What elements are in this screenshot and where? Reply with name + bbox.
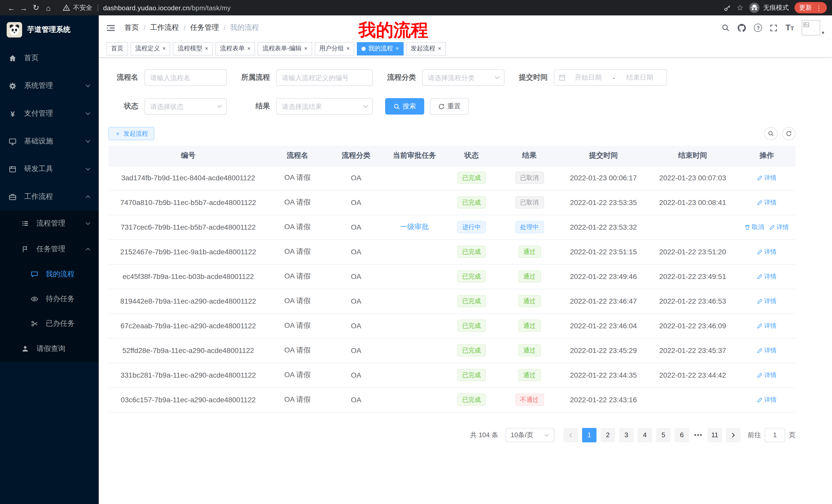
update-button[interactable]: 更新 ⋮ [795, 2, 827, 13]
breadcrumb-item-task-management[interactable]: 任务管理 [190, 23, 219, 32]
bookmark-star-icon[interactable]: ☆ [737, 3, 744, 12]
sidebar-item-dev-tools[interactable]: 研发工具 [0, 155, 99, 183]
sidebar-toggle-icon[interactable] [106, 23, 115, 32]
start-process-button[interactable]: ＋ 发起流程 [108, 127, 154, 140]
cell-id: 67c2eaab-7b9a-11ec-a290-acde48001122 [108, 313, 268, 338]
page-button-6[interactable]: 6 [675, 428, 689, 442]
browser-menu-icon[interactable]: ⋮ [815, 4, 822, 11]
toggle-search-button[interactable] [764, 127, 778, 140]
sidebar-item-my-process[interactable]: 我的流程 [0, 262, 99, 287]
table-toolbar: ＋ 发起流程 [108, 127, 796, 140]
detail-link[interactable]: 详情 [757, 247, 777, 256]
tab-process-model[interactable]: 流程模型× [173, 42, 213, 55]
detail-link[interactable]: 详情 [757, 272, 777, 281]
help-icon[interactable]: ? [754, 24, 762, 32]
sidebar-item-label: 系统管理 [24, 81, 53, 90]
cell-id: 3ad174fb-7b9d-11ec-8404-acde48001122 [108, 165, 268, 190]
reset-button[interactable]: 重置 [430, 98, 469, 115]
submit-time-range[interactable]: 开始日期 - 结束日期 [554, 69, 667, 86]
sidebar-item-process-management[interactable]: 流程管理 [0, 211, 99, 236]
back-button[interactable]: ← [5, 1, 18, 15]
url-text[interactable]: dashboard.yudao.iocoder.cn/bpm/task/my [103, 4, 231, 11]
sidebar-item-done-tasks[interactable]: 已办任务 [0, 311, 99, 336]
next-page-button[interactable] [726, 428, 740, 442]
cell-category: OA [327, 264, 385, 289]
close-icon[interactable]: × [247, 46, 251, 51]
close-icon[interactable]: × [162, 46, 166, 51]
sidebar-item-payment-management[interactable]: ¥ 支付管理 [0, 100, 99, 128]
status-badge: 已完成 [457, 295, 486, 307]
tab-process-form-edit[interactable]: 流程表单-编辑× [258, 42, 312, 55]
page-button-3[interactable]: 3 [619, 428, 633, 442]
result-select[interactable] [276, 98, 373, 115]
search-button[interactable]: 搜索 [385, 98, 424, 115]
sidebar-item-system-management[interactable]: 系统管理 [0, 72, 99, 100]
tab-user-group[interactable]: 用户分组× [315, 42, 355, 55]
security-chip[interactable]: 不安全 [63, 3, 92, 12]
tab-process-form[interactable]: 流程表单× [215, 42, 255, 55]
close-icon[interactable]: × [304, 46, 308, 51]
detail-link[interactable]: 详情 [757, 346, 777, 355]
status-select[interactable] [145, 98, 227, 115]
edit-icon [757, 200, 762, 205]
filter-category: 流程分类 [385, 69, 504, 86]
page-button-5[interactable]: 5 [656, 428, 671, 442]
avatar[interactable] [802, 20, 820, 35]
detail-link[interactable]: 详情 [757, 395, 777, 404]
detail-link[interactable]: 详情 [769, 223, 789, 231]
page-button-11[interactable]: 11 [707, 428, 722, 442]
tab-process-definition[interactable]: 流程定义× [131, 42, 171, 55]
detail-link[interactable]: 详情 [757, 297, 777, 305]
breadcrumb-item-workflow[interactable]: 工作流程 [150, 23, 179, 32]
github-icon[interactable] [738, 23, 746, 32]
search-icon [393, 103, 400, 110]
breadcrumb-item-home[interactable]: 首页 [125, 23, 139, 32]
sidebar-item-workflow[interactable]: 工作流程 [0, 183, 99, 211]
user-menu[interactable]: ▾ [802, 20, 824, 35]
close-icon[interactable]: × [395, 46, 399, 51]
detail-link[interactable]: 详情 [757, 371, 777, 380]
page-size-select[interactable]: 10条/页 [505, 428, 554, 442]
close-icon[interactable]: × [205, 46, 208, 51]
broken-image-icon [803, 22, 809, 28]
tab-my-process[interactable]: 我的流程× [357, 42, 404, 55]
close-icon[interactable]: × [346, 46, 350, 51]
reload-button[interactable]: ↻ [30, 1, 42, 15]
status-badge: 已完成 [457, 344, 486, 357]
prev-page-button[interactable] [564, 428, 578, 442]
tab-home[interactable]: 首页 [106, 42, 128, 55]
fullscreen-icon[interactable] [770, 24, 778, 32]
process-definition-input[interactable] [276, 69, 373, 86]
sidebar-item-leave-query[interactable]: 请假查询 [0, 336, 99, 362]
font-size-icon[interactable]: TT [785, 23, 794, 32]
home-button[interactable]: ⌂ [42, 1, 54, 15]
page-button-4[interactable]: 4 [638, 428, 652, 442]
detail-link[interactable]: 详情 [757, 173, 777, 182]
page-button-2[interactable]: 2 [601, 428, 615, 442]
detail-label: 详情 [764, 247, 777, 256]
more-pages-icon[interactable]: ••• [691, 431, 705, 439]
detail-link[interactable]: 详情 [757, 321, 777, 330]
forward-button[interactable]: → [18, 1, 30, 15]
cell-name: OA 请假 [268, 165, 327, 190]
key-icon[interactable] [723, 4, 731, 11]
goto-page-input[interactable] [765, 428, 785, 442]
cancel-link[interactable]: 取消 [745, 223, 764, 231]
table-tools [764, 127, 796, 140]
sidebar-item-home[interactable]: 首页 [0, 44, 99, 72]
sidebar-item-infrastructure[interactable]: 基础设施 [0, 128, 99, 155]
category-select[interactable] [422, 69, 504, 86]
process-name-input[interactable] [145, 69, 227, 86]
search-icon[interactable] [722, 24, 730, 32]
cell-name: OA 请假 [268, 264, 327, 289]
page-button-1[interactable]: 1 [582, 428, 597, 442]
cell-name: OA 请假 [268, 363, 327, 387]
calendar-icon [558, 74, 566, 81]
tab-start-process[interactable]: 发起流程× [406, 42, 446, 55]
refresh-table-button[interactable] [782, 127, 796, 140]
sidebar-item-task-management[interactable]: 任务管理 [0, 236, 99, 262]
current-task-link[interactable]: 一级审批 [400, 222, 429, 231]
detail-link[interactable]: 详情 [757, 198, 777, 207]
close-icon[interactable]: × [438, 46, 441, 51]
sidebar-item-todo-tasks[interactable]: 待办任务 [0, 287, 99, 311]
